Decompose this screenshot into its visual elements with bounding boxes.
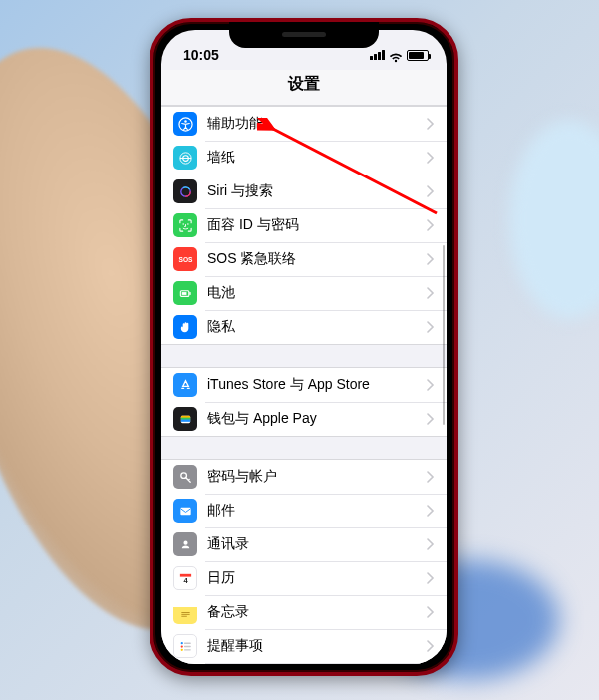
row-contacts[interactable]: 通讯录 bbox=[161, 527, 447, 561]
row-label: 提醒事项 bbox=[207, 637, 427, 655]
chevron-right-icon bbox=[427, 538, 435, 550]
chevron-right-icon bbox=[427, 413, 435, 425]
row-label: 墙纸 bbox=[207, 149, 427, 167]
row-label: 日历 bbox=[207, 569, 427, 587]
phone-notch bbox=[229, 22, 379, 48]
row-passwords[interactable]: 密码与帐户 bbox=[161, 460, 447, 494]
chevron-right-icon bbox=[427, 152, 435, 164]
battery-icon bbox=[407, 50, 429, 61]
wallpaper-icon bbox=[173, 146, 197, 170]
svg-point-21 bbox=[180, 642, 182, 644]
row-wallpaper[interactable]: 墙纸 bbox=[161, 141, 447, 175]
svg-rect-11 bbox=[181, 292, 186, 295]
row-privacy[interactable]: 隐私 bbox=[161, 310, 447, 344]
row-label: 邮件 bbox=[207, 502, 427, 520]
chevron-right-icon bbox=[427, 287, 435, 299]
wifi-icon bbox=[389, 50, 403, 60]
row-voice[interactable]: 语音备忘录 bbox=[161, 663, 447, 664]
row-accessibility[interactable]: 辅助功能 bbox=[161, 107, 447, 141]
row-reminders[interactable]: 提醒事项 bbox=[161, 629, 447, 663]
row-mail[interactable]: 邮件 bbox=[161, 494, 447, 527]
photo-blob bbox=[509, 120, 599, 319]
svg-text:SOS: SOS bbox=[178, 256, 192, 263]
row-calendar[interactable]: 4 日历 bbox=[161, 561, 447, 595]
chevron-right-icon bbox=[427, 185, 435, 197]
sos-icon: SOS bbox=[173, 247, 197, 271]
faceid-icon bbox=[173, 213, 197, 237]
svg-rect-17 bbox=[180, 507, 190, 515]
row-label: 面容 ID 与密码 bbox=[207, 216, 427, 234]
row-battery[interactable]: 电池 bbox=[161, 276, 447, 310]
svg-point-1 bbox=[184, 120, 186, 122]
row-itunes[interactable]: iTunes Store 与 App Store bbox=[161, 368, 447, 402]
row-siri[interactable]: Siri 与搜索 bbox=[161, 175, 447, 208]
settings-group: 辅助功能 墙纸 Siri 与搜索 bbox=[161, 106, 447, 345]
phone-screen: 10:05 设置 辅助功能 bbox=[161, 30, 447, 664]
row-label: 辅助功能 bbox=[207, 115, 427, 133]
chevron-right-icon bbox=[427, 253, 435, 265]
svg-rect-15 bbox=[180, 419, 189, 421]
cellular-icon bbox=[370, 50, 385, 60]
battery-icon bbox=[173, 281, 197, 305]
notes-icon bbox=[173, 600, 197, 624]
calendar-icon: 4 bbox=[173, 566, 197, 590]
chevron-right-icon bbox=[427, 321, 435, 333]
row-label: SOS 紧急联络 bbox=[207, 250, 427, 268]
row-label: 密码与帐户 bbox=[207, 468, 427, 486]
svg-text:4: 4 bbox=[183, 575, 188, 584]
appstore-icon bbox=[173, 373, 197, 397]
status-indicators bbox=[349, 50, 429, 61]
reminders-icon bbox=[173, 634, 197, 658]
chevron-right-icon bbox=[427, 219, 435, 231]
row-faceid[interactable]: 面容 ID 与密码 bbox=[161, 208, 447, 242]
key-icon bbox=[173, 465, 197, 489]
svg-point-7 bbox=[187, 223, 189, 225]
row-wallet[interactable]: 钱包与 Apple Pay bbox=[161, 402, 447, 436]
chevron-right-icon bbox=[427, 572, 435, 584]
chevron-right-icon bbox=[427, 379, 435, 391]
contacts-icon bbox=[173, 532, 197, 556]
wallet-icon bbox=[173, 407, 197, 431]
row-label: Siri 与搜索 bbox=[207, 182, 427, 200]
accessibility-icon bbox=[173, 112, 197, 136]
svg-rect-10 bbox=[189, 292, 190, 295]
row-label: 备忘录 bbox=[207, 603, 427, 621]
row-label: 电池 bbox=[207, 284, 427, 302]
svg-point-18 bbox=[183, 540, 187, 544]
status-time: 10:05 bbox=[179, 47, 239, 63]
hand-icon bbox=[173, 315, 197, 339]
chevron-right-icon bbox=[427, 640, 435, 652]
chevron-right-icon bbox=[427, 505, 435, 517]
svg-point-22 bbox=[180, 645, 182, 647]
row-sos[interactable]: SOS SOS 紧急联络 bbox=[161, 242, 447, 276]
settings-group: iTunes Store 与 App Store 钱包与 Apple Pay bbox=[161, 367, 447, 437]
siri-icon bbox=[173, 179, 197, 203]
row-label: 隐私 bbox=[207, 318, 427, 336]
settings-list[interactable]: 辅助功能 墙纸 Siri 与搜索 bbox=[161, 106, 447, 664]
mail-icon bbox=[173, 499, 197, 523]
svg-point-6 bbox=[182, 223, 184, 225]
scroll-indicator bbox=[443, 245, 445, 425]
row-notes[interactable]: 备忘录 bbox=[161, 595, 447, 629]
chevron-right-icon bbox=[427, 471, 435, 483]
svg-point-23 bbox=[180, 648, 182, 650]
row-label: 钱包与 Apple Pay bbox=[207, 410, 427, 428]
chevron-right-icon bbox=[427, 606, 435, 618]
row-label: iTunes Store 与 App Store bbox=[207, 376, 427, 394]
settings-group: 密码与帐户 邮件 通讯录 bbox=[161, 459, 447, 664]
page-title: 设置 bbox=[161, 70, 447, 106]
row-label: 通讯录 bbox=[207, 535, 427, 553]
phone-frame: 10:05 设置 辅助功能 bbox=[150, 18, 458, 676]
chevron-right-icon bbox=[427, 118, 435, 130]
